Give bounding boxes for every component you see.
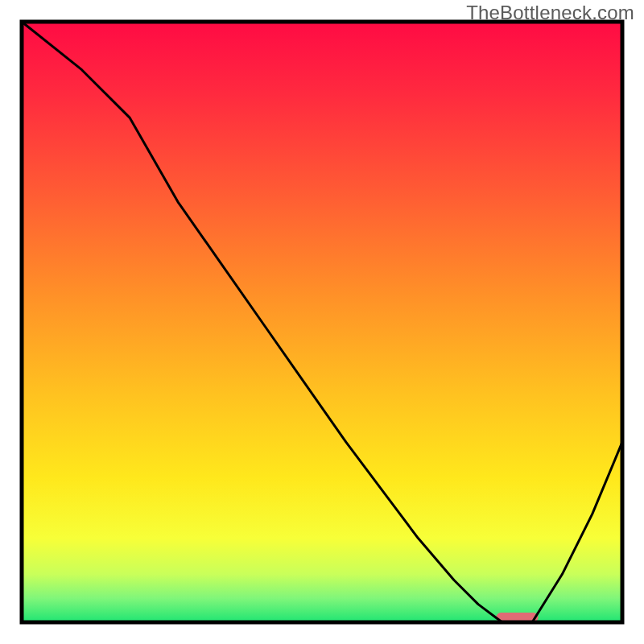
chart-container: { "watermark": "TheBottleneck.com", "col… (0, 0, 644, 644)
watermark-text: TheBottleneck.com (466, 2, 634, 24)
chart-gradient-background (22, 22, 622, 622)
bottleneck-chart (0, 0, 644, 644)
